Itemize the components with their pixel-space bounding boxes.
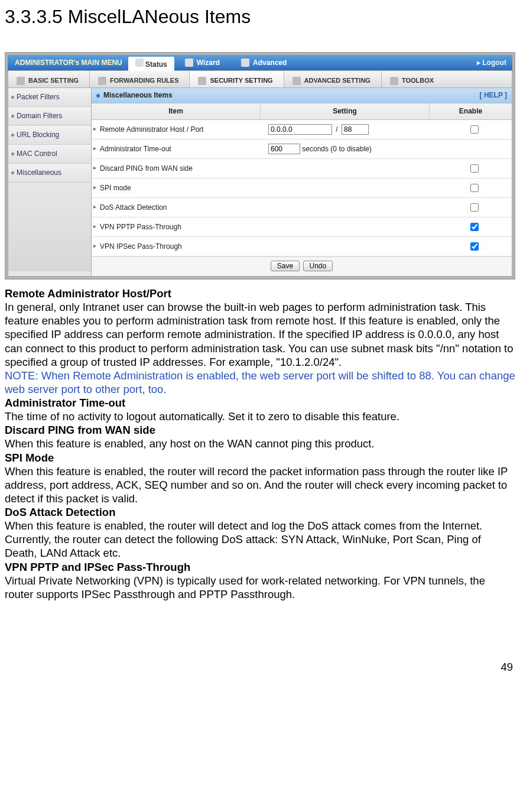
security-icon (198, 77, 206, 85)
action-bar: Save Undo (92, 256, 512, 276)
logout-link[interactable]: ▸ Logout (477, 59, 506, 67)
subnav-adv-label: ADVANCED SETTING (304, 77, 370, 85)
label-dos-detect: DoS Attack Detection (92, 203, 268, 212)
row-spi-mode: SPI mode (92, 178, 512, 198)
page-number: 49 (5, 660, 515, 674)
remote-sep: / (336, 125, 337, 134)
tab-advanced[interactable]: Advanced (241, 59, 287, 67)
row-dos-detect: DoS Attack Detection (92, 198, 512, 217)
p-discard-ping: When this feature is enabled, any host o… (5, 437, 515, 450)
row-vpn-pptp: VPN PPTP Pass-Through (92, 217, 512, 237)
row-vpn-ipsec: VPN IPSec Pass-Through (92, 237, 512, 256)
col-item: Item (92, 103, 260, 119)
panel-title: Miscellaneous Items (96, 91, 173, 100)
help-link[interactable]: [ HELP ] (480, 91, 507, 100)
timeout-suffix: seconds (0 to disable) (302, 145, 371, 153)
remote-enable-checkbox[interactable] (470, 125, 479, 134)
h-spi-mode: SPI Mode (5, 451, 515, 465)
spi-mode-checkbox[interactable] (470, 184, 479, 192)
undo-button[interactable]: Undo (303, 261, 333, 271)
subnav-toolbox-label: TOOLBOX (402, 77, 434, 85)
subnav-basic-setting[interactable]: BASIC SETTING (8, 71, 90, 87)
label-vpn-pptp: VPN PPTP Pass-Through (92, 223, 268, 232)
security-sidebar: Packet Filters Domain Filters URL Blocki… (8, 88, 92, 277)
subnav-security-label: SECURITY SETTING (210, 77, 272, 85)
advanced-icon (241, 59, 249, 67)
tab-wizard-label: Wizard (197, 59, 220, 67)
p-admin-timeout: The time of no activity to logout automa… (5, 410, 515, 423)
dos-detect-checkbox[interactable] (470, 203, 479, 212)
h-remote-admin: Remote Administrator Host/Port (5, 287, 515, 300)
h-admin-timeout: Administrator Time-out (5, 396, 515, 410)
p-spi-mode: When this feature is enabled, the router… (5, 465, 515, 505)
remote-ip-input[interactable] (268, 124, 332, 135)
p-vpn-pass: Virtual Private Networking (VPN) is typi… (5, 574, 515, 601)
timeout-input[interactable] (268, 144, 300, 154)
tab-advanced-label: Advanced (253, 59, 287, 67)
label-vpn-ipsec: VPN IPSec Pass-Through (92, 242, 268, 251)
tab-status[interactable]: Status (128, 57, 174, 71)
h-dos-detect: DoS Attack Detection (5, 505, 515, 519)
tab-wizard[interactable]: Wizard (185, 59, 220, 67)
sidebar-item-miscellaneous[interactable]: Miscellaneous (8, 164, 91, 183)
row-discard-ping: Discard PING from WAN side (92, 159, 512, 178)
sidebar-item-packet-filters[interactable]: Packet Filters (8, 88, 91, 107)
subnav-advanced-setting[interactable]: ADVANCED SETTING (284, 71, 382, 87)
col-enable: Enable (429, 103, 512, 119)
label-discard-ping: Discard PING from WAN side (92, 164, 268, 173)
discard-ping-checkbox[interactable] (470, 164, 479, 173)
top-menu-bar: ADMINISTRATOR's MAIN MENU Status Wizard … (8, 55, 512, 70)
row-remote-admin: Remote Administrator Host / Port / (92, 120, 512, 139)
wizard-icon (185, 59, 193, 67)
router-admin-screenshot: ADMINISTRATOR's MAIN MENU Status Wizard … (5, 52, 515, 280)
toolbox-icon (390, 77, 398, 85)
adv-icon (292, 77, 301, 85)
vpn-ipsec-checkbox[interactable] (470, 242, 479, 251)
note-remote-admin: NOTE: When Remote Administration is enab… (5, 369, 515, 396)
forwarding-icon (98, 77, 106, 85)
p-dos-detect: When this feature is enabled, the router… (5, 519, 515, 560)
subnav-security-setting[interactable]: SECURITY SETTING (190, 71, 284, 87)
logout-label: Logout (482, 59, 506, 67)
label-remote-admin: Remote Administrator Host / Port (92, 125, 268, 134)
subnav-forwarding-label: FORWARDING RULES (110, 77, 179, 85)
vpn-pptp-checkbox[interactable] (470, 223, 479, 231)
label-admin-timeout: Administrator Time-out (92, 145, 268, 154)
h-vpn-pass: VPN PPTP and IPSec Pass-Through (5, 560, 515, 574)
sidebar-item-mac-control[interactable]: MAC Control (8, 145, 91, 164)
subnav-basic-label: BASIC SETTING (28, 77, 79, 85)
basic-icon (17, 77, 25, 85)
section-heading: 3.3.3.5 MiscelLANeous Items (5, 5, 515, 28)
col-setting: Setting (260, 103, 429, 119)
sidebar-item-domain-filters[interactable]: Domain Filters (8, 107, 91, 126)
sidebar-item-url-blocking[interactable]: URL Blocking (8, 126, 91, 145)
sub-nav-bar: BASIC SETTING FORWARDING RULES SECURITY … (8, 70, 512, 88)
h-discard-ping: Discard PING from WAN side (5, 423, 515, 437)
tab-status-label: Status (145, 60, 167, 69)
misc-items-panel: Miscellaneous Items [ HELP ] Item Settin… (92, 88, 512, 277)
subnav-forwarding-rules[interactable]: FORWARDING RULES (90, 71, 190, 87)
table-header: Item Setting Enable (92, 103, 512, 120)
save-button[interactable]: Save (271, 261, 300, 271)
status-icon (135, 59, 144, 67)
label-spi-mode: SPI mode (92, 184, 268, 193)
p-remote-admin: In general, only Intranet user can brows… (5, 300, 515, 369)
remote-port-input[interactable] (342, 124, 369, 135)
subnav-toolbox[interactable]: TOOLBOX (382, 71, 444, 87)
main-menu-label: ADMINISTRATOR's MAIN MENU (8, 59, 128, 67)
row-admin-timeout: Administrator Time-out seconds (0 to dis… (92, 139, 512, 159)
explanatory-text: Remote Administrator Host/Port In genera… (5, 287, 515, 601)
